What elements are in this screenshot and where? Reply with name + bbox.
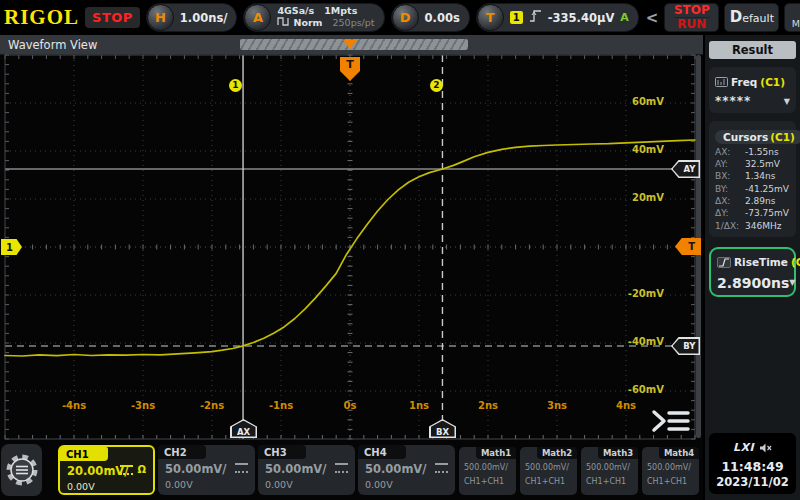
ch3-scale: 50.00mV/ <box>265 462 326 476</box>
acquisition-control[interactable]: A 4GSa/s 1Mpts Norm 250ps/pt <box>243 3 384 32</box>
measure-button[interactable]: Measure <box>784 3 800 32</box>
default-label: Default <box>730 10 774 26</box>
math1-block[interactable]: Math1 500.00mV/ CH1+CH1 <box>459 447 516 495</box>
ch4-coupling-icons <box>435 463 448 473</box>
freq-dropdown-icon[interactable]: ▼ <box>784 97 790 106</box>
channel-block-ch3[interactable]: CH3 50.00mV/ 0.00V <box>258 445 355 495</box>
cursor-row-value: 346MHz <box>745 222 781 232</box>
math4-tab[interactable]: Math4 <box>659 447 699 459</box>
math4-expression: CH1+CH1 <box>647 477 687 486</box>
cursor-ax-flag[interactable]: AX <box>230 419 257 438</box>
delay-control[interactable]: D 0.00s <box>391 3 470 32</box>
freq-meter-icon <box>715 72 728 91</box>
cursor-row-label: 1/ΔX: <box>715 222 745 232</box>
cursor-row-label: AY: <box>715 160 745 170</box>
math4-scale: 500.00mV/ <box>647 463 691 472</box>
trigger-level-value: -335.40µV <box>548 11 615 25</box>
delay-value: 0.00s <box>425 11 460 25</box>
y-tick-label: -40mV <box>610 336 664 347</box>
trigger-source-badge: 1 <box>510 11 523 24</box>
settings-gear-button[interactable] <box>1 444 42 496</box>
math2-tab[interactable]: Math2 <box>537 447 577 459</box>
cursor-ay-flag[interactable]: AY <box>671 160 700 178</box>
math3-tab[interactable]: Math3 <box>598 447 638 459</box>
math2-block[interactable]: Math2 500.00mV/ CH1+CH1 <box>520 447 577 495</box>
cursor-by-flag[interactable]: BY <box>671 337 700 355</box>
trigger-control[interactable]: T 1 -335.40µV A <box>476 3 639 32</box>
x-tick-label: -3ns <box>123 400 163 411</box>
cursor-row-label: BY: <box>715 185 745 195</box>
delay-knob[interactable]: D <box>392 4 419 31</box>
acquisition-info: 4GSa/s 1Mpts Norm 250ps/pt <box>277 6 374 29</box>
x-tick-label: 2ns <box>468 400 508 411</box>
freq-measurement-card[interactable]: Freq(C1) ***** ▼ <box>709 67 796 113</box>
stop-label: STOP <box>674 4 710 18</box>
ch3-tab[interactable]: CH3 <box>258 445 306 459</box>
ch1-offset: 0.00V <box>67 481 95 492</box>
cursor-a-badge[interactable]: 1 <box>229 79 242 92</box>
ch1-tab[interactable]: CH1 <box>60 447 108 461</box>
speaker-muted-icon <box>759 438 772 457</box>
cursor-row: AX:-1.55ns <box>715 148 790 158</box>
risetime-measurement-card[interactable]: RiseTime(C1) 2.8900ns ▼ <box>709 247 796 297</box>
channel-block-ch4[interactable]: CH4 50.00mV/ 0.00V <box>358 445 455 495</box>
system-date: 2023/11/02 <box>711 475 794 489</box>
horizontal-scale-value: 1.00ns/ <box>180 11 228 25</box>
x-tick-label: -2ns <box>192 400 232 411</box>
squarewave-icon <box>277 17 289 29</box>
horizontal-knob[interactable]: H <box>147 4 174 31</box>
math3-block[interactable]: Math3 500.00mV/ CH1+CH1 <box>581 447 638 495</box>
trigger-position-marker-icon[interactable] <box>343 40 357 49</box>
lxi-logo: LXI <box>733 441 754 454</box>
trigger-status: A <box>620 11 629 24</box>
measure-label: Measure <box>792 19 800 29</box>
cursor-row: ΔY:-73.75mV <box>715 209 790 219</box>
math4-block[interactable]: Math4 500.00mV/ CH1+CH1 <box>642 447 699 495</box>
stop-run-button[interactable]: STOP RUN <box>664 3 719 32</box>
run-label: RUN <box>677 18 706 31</box>
menu-expand-icon[interactable] <box>650 407 692 435</box>
cursor-row-label: ΔY: <box>715 209 745 219</box>
acquisition-knob[interactable]: A <box>244 4 271 31</box>
memory-depth: 1Mpts <box>324 6 357 17</box>
ch3-offset: 0.00V <box>265 479 293 490</box>
run-status-badge: STOP <box>85 7 140 28</box>
ch4-tab[interactable]: CH4 <box>358 445 406 459</box>
ch1-coupling-icons: Ω <box>120 465 146 475</box>
cursor-row: ΔX:2.89ns <box>715 197 790 207</box>
math1-scale: 500.00mV/ <box>464 463 508 472</box>
cursor-bx-flag[interactable]: BX <box>429 419 456 438</box>
x-tick-label: -4ns <box>54 400 94 411</box>
toolbar-scroll-left[interactable]: < <box>645 9 660 27</box>
channel-block-ch2[interactable]: CH2 50.00mV/ 0.00V <box>158 445 255 495</box>
horizontal-scale-control[interactable]: H 1.00ns/ <box>146 3 238 32</box>
dc-coupling-icon <box>335 463 348 473</box>
risetime-icon <box>717 253 731 272</box>
cursors-source: (C1) <box>770 131 795 143</box>
cursor-b-badge[interactable]: 2 <box>430 79 443 92</box>
ch2-offset: 0.00V <box>165 479 193 490</box>
y-tick-label: 60mV <box>610 96 664 107</box>
ch2-coupling-icons <box>235 463 248 473</box>
waveform-view: Waveform View -4ns -3ns -2ns -1ns 0s 1ns… <box>0 35 703 440</box>
ch4-offset: 0.00V <box>365 479 393 490</box>
y-tick-label: -20mV <box>610 288 664 299</box>
trigger-knob[interactable]: T <box>477 4 504 31</box>
waveform-view-titlebar: Waveform View <box>0 35 703 55</box>
risetime-dropdown-icon[interactable]: ▼ <box>789 278 795 287</box>
default-button[interactable]: Default <box>724 3 779 32</box>
cursor-row-value: -73.75mV <box>745 209 789 219</box>
math1-tab[interactable]: Math1 <box>476 447 516 459</box>
dc-coupling-icon <box>435 463 448 473</box>
cursor-row: BX:1.34ns <box>715 172 790 182</box>
cursors-result-card[interactable]: Cursors(C1) AX:-1.55ns AY:32.5mV BX:1.34… <box>709 121 796 237</box>
ch2-tab[interactable]: CH2 <box>158 445 206 459</box>
toolbar-buttons: < STOP RUN Default Measure Flex Knob > <box>645 3 800 32</box>
top-toolbar: RIGOL STOP H 1.00ns/ A 4GSa/s 1Mpts Norm… <box>0 0 800 35</box>
cursor-row-value: -1.55ns <box>745 148 779 158</box>
cursor-row-label: BX: <box>715 172 745 182</box>
acquire-mode: Norm <box>293 18 322 29</box>
system-clock-card[interactable]: LXI 11:48:49 2023/11/02 <box>709 433 796 494</box>
channel-block-ch1[interactable]: CH1 20.00mV/ Ω 0.00V <box>58 445 155 495</box>
y-tick-label: -60mV <box>610 384 664 395</box>
